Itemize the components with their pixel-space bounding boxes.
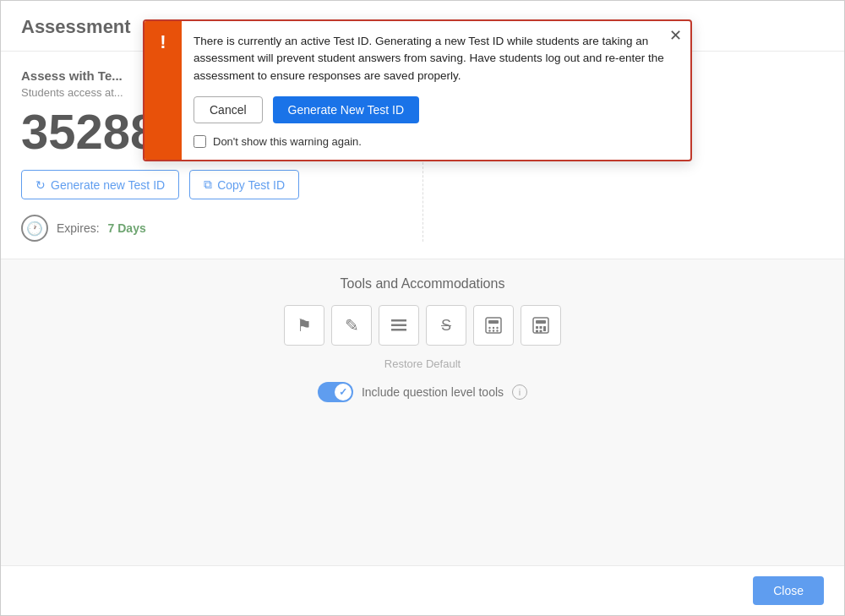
dont-show-checkbox[interactable] [194, 135, 206, 148]
warning-message: There is currently an active Test ID. Ge… [194, 33, 677, 84]
warning-content: There is currently an active Test ID. Ge… [182, 21, 690, 160]
warning-dialog: ! There is currently an active Test ID. … [143, 19, 692, 161]
warning-checkbox-row: Don't show this warning again. [194, 135, 677, 148]
dialog-close-button[interactable]: ✕ [669, 28, 682, 43]
warning-icon: ! [160, 33, 166, 52]
warning-generate-button[interactable]: Generate New Test ID [273, 96, 419, 123]
warning-cancel-button[interactable]: Cancel [194, 96, 263, 123]
dont-show-label[interactable]: Don't show this warning again. [213, 135, 362, 148]
warning-sidebar: ! [144, 21, 182, 160]
warning-buttons: Cancel Generate New Test ID [194, 96, 677, 123]
page-wrapper: Assessment Assess with Te... Students ac… [0, 0, 845, 616]
